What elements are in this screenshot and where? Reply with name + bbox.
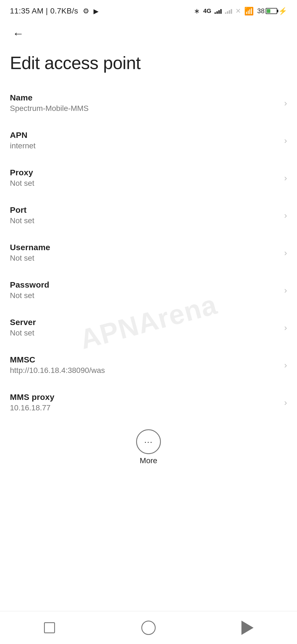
settings-item-mms-proxy[interactable]: MMS proxy 10.16.18.77 › [0, 384, 297, 421]
settings-item-server[interactable]: Server Not set › [0, 309, 297, 346]
more-dots-icon: ··· [144, 438, 153, 446]
chevron-icon-password: › [284, 285, 287, 295]
bluetooth-icon: ∗ [194, 7, 200, 15]
settings-item-apn[interactable]: APN internet › [0, 122, 297, 159]
recent-apps-icon [44, 622, 55, 633]
battery-indicator: 38 ⚡ [257, 7, 287, 15]
more-circle-icon: ··· [136, 429, 161, 454]
status-divider: | [46, 7, 50, 15]
more-section[interactable]: ··· More [0, 421, 297, 471]
more-label: More [140, 456, 157, 465]
chevron-icon-mms-proxy: › [284, 397, 287, 408]
settings-list: Name Spectrum-Mobile-MMS › APN internet … [0, 84, 297, 421]
settings-item-mms-proxy-content: MMS proxy 10.16.18.77 [10, 392, 279, 412]
back-nav-icon [241, 621, 254, 635]
no-signal-icon: ✕ [235, 7, 241, 15]
chevron-icon-apn: › [284, 135, 287, 146]
settings-value-name: Spectrum-Mobile-MMS [10, 104, 279, 113]
settings-value-password: Not set [10, 291, 279, 300]
settings-label-password: Password [10, 280, 279, 290]
settings-value-apn: internet [10, 141, 279, 150]
back-nav-button[interactable] [234, 618, 261, 637]
network-4g-icon: 4G [203, 7, 211, 15]
battery-box [266, 8, 277, 14]
settings-item-username-content: Username Not set [10, 243, 279, 263]
chevron-icon-username: › [284, 248, 287, 258]
settings-item-mmsc-content: MMSC http://10.16.18.4:38090/was [10, 355, 279, 375]
settings-label-apn: APN [10, 130, 279, 140]
signal-bars-1 [215, 8, 222, 14]
settings-value-mms-proxy: 10.16.18.77 [10, 403, 279, 412]
settings-label-username: Username [10, 243, 279, 252]
signal-bars-2 [225, 8, 232, 14]
settings-item-mmsc[interactable]: MMSC http://10.16.18.4:38090/was › [0, 346, 297, 384]
back-arrow-icon: ← [12, 28, 24, 39]
settings-label-mms-proxy: MMS proxy [10, 392, 279, 402]
settings-item-name[interactable]: Name Spectrum-Mobile-MMS › [0, 84, 297, 122]
settings-label-mmsc: MMSC [10, 355, 279, 364]
chevron-icon-port: › [284, 210, 287, 220]
settings-item-apn-content: APN internet [10, 130, 279, 150]
settings-label-server: Server [10, 318, 279, 327]
video-icon: ▶ [94, 7, 99, 15]
home-button[interactable] [135, 618, 162, 637]
settings-item-proxy[interactable]: Proxy Not set › [0, 159, 297, 197]
status-time-speed: 11:35 AM | 0.7KB/s ⚙ ▶ [10, 7, 99, 15]
home-icon [141, 621, 156, 635]
settings-item-username[interactable]: Username Not set › [0, 234, 297, 271]
settings-label-proxy: Proxy [10, 168, 279, 177]
status-time: 11:35 AM [10, 7, 43, 15]
status-icons: ∗ 4G ✕ 📶 38 ⚡ [194, 7, 287, 16]
status-bar: 11:35 AM | 0.7KB/s ⚙ ▶ ∗ 4G ✕ 📶 [0, 0, 297, 20]
top-nav: ← [0, 20, 297, 47]
settings-value-port: Not set [10, 216, 279, 225]
page-title: Edit access point [0, 47, 297, 84]
settings-item-port-content: Port Not set [10, 205, 279, 225]
settings-value-mmsc: http://10.16.18.4:38090/was [10, 366, 279, 375]
settings-item-port[interactable]: Port Not set › [0, 197, 297, 234]
settings-label-port: Port [10, 205, 279, 215]
battery-percent: 38 [257, 7, 265, 15]
settings-item-password[interactable]: Password Not set › [0, 271, 297, 309]
settings-icon: ⚙ [83, 7, 89, 15]
bottom-nav-bar [0, 611, 297, 644]
chevron-icon-mmsc: › [284, 360, 287, 370]
settings-value-username: Not set [10, 254, 279, 263]
recent-apps-button[interactable] [36, 618, 63, 637]
settings-item-proxy-content: Proxy Not set [10, 168, 279, 188]
battery-fill [267, 9, 270, 13]
back-button[interactable]: ← [10, 25, 26, 42]
chevron-icon-server: › [284, 323, 287, 333]
status-speed: 0.7KB/s [50, 7, 78, 15]
chevron-icon-name: › [284, 98, 287, 108]
charging-icon: ⚡ [278, 7, 287, 15]
settings-value-server: Not set [10, 329, 279, 337]
settings-label-name: Name [10, 93, 279, 102]
chevron-icon-proxy: › [284, 173, 287, 183]
settings-item-server-content: Server Not set [10, 318, 279, 337]
settings-item-password-content: Password Not set [10, 280, 279, 300]
settings-item-name-content: Name Spectrum-Mobile-MMS [10, 93, 279, 113]
settings-value-proxy: Not set [10, 179, 279, 188]
wifi-icon: 📶 [244, 7, 254, 16]
